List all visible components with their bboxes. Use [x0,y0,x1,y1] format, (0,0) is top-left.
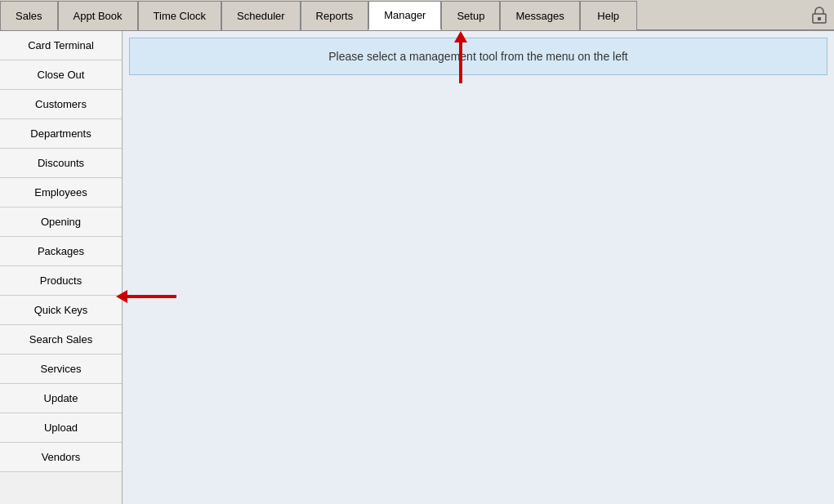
tab-setup[interactable]: Setup [441,1,500,30]
tab-reports[interactable]: Reports [301,1,369,30]
sidebar-item-discounts[interactable]: Discounts [0,149,122,178]
tab-messages[interactable]: Messages [500,1,579,30]
svg-rect-1 [818,17,821,20]
sidebar-item-upload[interactable]: Upload [0,413,122,443]
sidebar-item-services[interactable]: Services [0,355,122,384]
sidebar-item-customers[interactable]: Customers [0,90,122,119]
tab-help[interactable]: Help [580,1,637,30]
sidebar-item-search-sales[interactable]: Search Sales [0,325,122,355]
sidebar-item-update[interactable]: Update [0,384,122,413]
tab-time-clock[interactable]: Time Clock [138,1,222,30]
sidebar-item-vendors[interactable]: Vendors [0,443,122,472]
sidebar-item-card-terminal[interactable]: Card Terminal [0,31,122,60]
sidebar-item-departments[interactable]: Departments [0,119,122,149]
sidebar-item-quick-keys[interactable]: Quick Keys [0,296,122,325]
info-message: Please select a management tool from the… [129,38,827,75]
sidebar-item-products[interactable]: Products [0,266,122,296]
content-area: Please select a management tool from the… [123,31,834,504]
tab-appt-book[interactable]: Appt Book [58,1,138,30]
sidebar: Card Terminal Close Out Customers Depart… [0,31,123,504]
tab-sales[interactable]: Sales [0,1,58,30]
main-area: Card Terminal Close Out Customers Depart… [0,31,834,504]
top-nav-bar: Sales Appt Book Time Clock Scheduler Rep… [0,0,834,31]
sidebar-item-opening[interactable]: Opening [0,207,122,237]
lock-icon[interactable] [805,0,834,29]
sidebar-item-employees[interactable]: Employees [0,178,122,207]
sidebar-item-close-out[interactable]: Close Out [0,60,122,90]
tab-manager[interactable]: Manager [368,1,441,30]
sidebar-item-packages[interactable]: Packages [0,237,122,266]
tab-scheduler[interactable]: Scheduler [221,1,301,30]
